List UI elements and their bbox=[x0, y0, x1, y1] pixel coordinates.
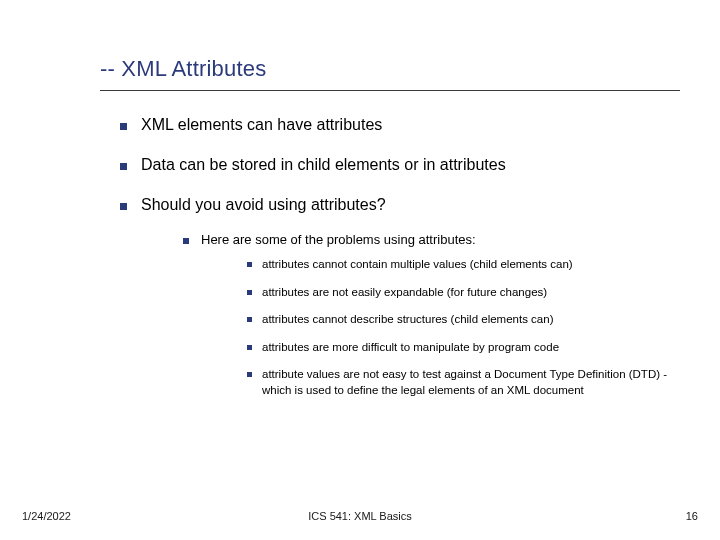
bullet-list-level3: attributes cannot contain multiple value… bbox=[247, 257, 680, 398]
bullet-text: attributes are not easily expandable (fo… bbox=[262, 285, 547, 301]
list-item: Here are some of the problems using attr… bbox=[183, 232, 680, 410]
bullet-text: XML elements can have attributes bbox=[141, 116, 382, 134]
slide: -- XML Attributes XML elements can have … bbox=[0, 0, 720, 540]
slide-title: -- XML Attributes bbox=[100, 56, 680, 82]
bullet-text: attributes are more difficult to manipul… bbox=[262, 340, 559, 356]
bullet-text: Here are some of the problems using attr… bbox=[201, 232, 476, 247]
square-bullet-icon bbox=[120, 123, 127, 130]
bullet-text: Should you avoid using attributes? bbox=[141, 196, 386, 213]
bullet-content: Should you avoid using attributes? Here … bbox=[141, 196, 680, 424]
list-item: Should you avoid using attributes? Here … bbox=[120, 196, 680, 424]
title-block: -- XML Attributes bbox=[100, 56, 680, 91]
footer-date: 1/24/2022 bbox=[22, 510, 71, 522]
bullet-text: attributes cannot describe structures (c… bbox=[262, 312, 553, 328]
slide-footer: 1/24/2022 ICS 541: XML Basics 16 bbox=[0, 510, 720, 522]
bullet-content: Here are some of the problems using attr… bbox=[201, 232, 680, 410]
bullet-text: attributes cannot contain multiple value… bbox=[262, 257, 573, 273]
square-bullet-icon bbox=[247, 372, 252, 377]
bullet-list-level2: Here are some of the problems using attr… bbox=[183, 232, 680, 410]
square-bullet-icon bbox=[247, 262, 252, 267]
square-bullet-icon bbox=[247, 317, 252, 322]
bullet-text: attribute values are not easy to test ag… bbox=[262, 367, 680, 398]
list-item: Data can be stored in child elements or … bbox=[120, 156, 680, 174]
square-bullet-icon bbox=[247, 345, 252, 350]
footer-course: ICS 541: XML Basics bbox=[308, 510, 412, 522]
list-item: attributes are not easily expandable (fo… bbox=[247, 285, 680, 301]
list-item: XML elements can have attributes bbox=[120, 116, 680, 134]
list-item: attributes are more difficult to manipul… bbox=[247, 340, 680, 356]
square-bullet-icon bbox=[120, 203, 127, 210]
slide-body: XML elements can have attributes Data ca… bbox=[120, 116, 680, 424]
list-item: attribute values are not easy to test ag… bbox=[247, 367, 680, 398]
bullet-list-level1: XML elements can have attributes Data ca… bbox=[120, 116, 680, 424]
list-item: attributes cannot contain multiple value… bbox=[247, 257, 680, 273]
bullet-text: Data can be stored in child elements or … bbox=[141, 156, 506, 174]
square-bullet-icon bbox=[120, 163, 127, 170]
footer-page-number: 16 bbox=[686, 510, 698, 522]
title-underline bbox=[100, 90, 680, 91]
square-bullet-icon bbox=[183, 238, 189, 244]
list-item: attributes cannot describe structures (c… bbox=[247, 312, 680, 328]
square-bullet-icon bbox=[247, 290, 252, 295]
